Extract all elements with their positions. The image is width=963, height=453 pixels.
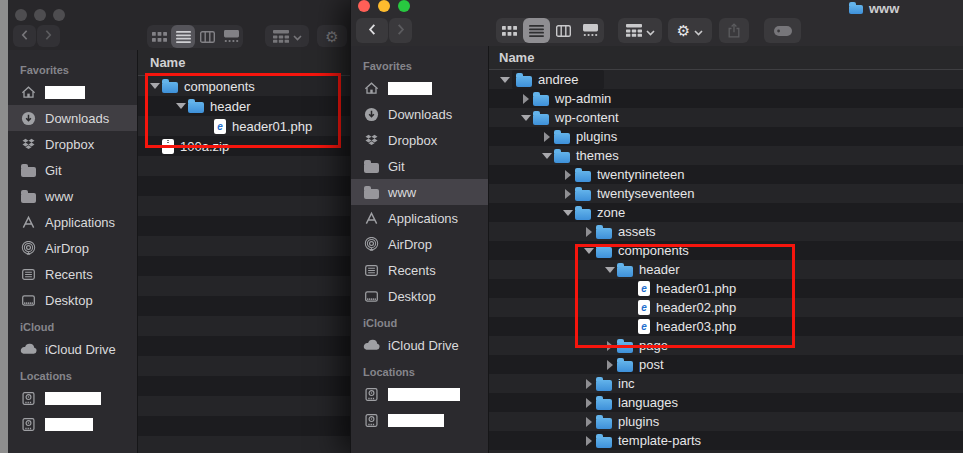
group-button[interactable] <box>618 18 662 43</box>
tree-row-post[interactable]: post <box>489 355 963 374</box>
tree-row-header03-php[interactable]: eheader03.php <box>489 317 963 336</box>
sidebar-item-applications[interactable]: Applications <box>8 209 137 235</box>
minimize-button-inactive[interactable] <box>34 9 46 21</box>
disclosure-triangle[interactable] <box>540 153 554 159</box>
action-button[interactable]: ⚙ <box>668 18 712 43</box>
disclosure-triangle[interactable] <box>582 248 596 254</box>
disclosure-triangle[interactable] <box>498 77 512 83</box>
left-titlebar[interactable]: ⚙ <box>8 0 350 50</box>
tree-row-header[interactable]: header <box>489 260 963 279</box>
sidebar-item-applications[interactable]: Applications <box>351 205 488 231</box>
group-button[interactable] <box>265 25 309 47</box>
tree-row-100a-zip[interactable]: 100a.zip <box>138 136 350 156</box>
tree-row-plugins[interactable]: plugins <box>489 127 963 146</box>
window-title: www <box>849 1 899 16</box>
icon-view-button[interactable] <box>147 25 171 48</box>
sidebar-item-git[interactable]: Git <box>351 153 488 179</box>
tree-row-twentynineteen[interactable]: twentynineteen <box>489 165 963 184</box>
tree-row-languages[interactable]: languages <box>489 393 963 412</box>
close-button-inactive[interactable] <box>15 9 27 21</box>
disclosure-triangle[interactable] <box>603 267 617 273</box>
action-button[interactable]: ⚙ <box>317 25 347 47</box>
disclosure-triangle[interactable] <box>582 436 596 446</box>
sidebar-item-redacted[interactable] <box>8 79 137 105</box>
list-view-button[interactable] <box>523 18 550 43</box>
minimize-button[interactable] <box>378 0 390 12</box>
sidebar-item-icloud-drive[interactable]: iCloud Drive <box>8 336 137 362</box>
sidebar-item-desktop[interactable]: Desktop <box>351 283 488 309</box>
sidebar-item-airdrop[interactable]: AirDrop <box>351 231 488 257</box>
tree-row-components[interactable]: components <box>489 241 963 260</box>
sidebar-item-git[interactable]: Git <box>8 157 137 183</box>
sidebar-item-www[interactable]: www <box>351 179 488 205</box>
sidebar-item-redacted[interactable] <box>8 411 137 437</box>
tree-row-header01-php[interactable]: eheader01.php <box>138 116 350 136</box>
forward-button[interactable] <box>389 18 412 43</box>
sidebar-item-redacted[interactable] <box>8 385 137 411</box>
tree-row-andree[interactable]: andree <box>489 70 963 89</box>
right-titlebar[interactable]: www ⚙ <box>351 0 963 46</box>
tree-row-inc[interactable]: inc <box>489 374 963 393</box>
sidebar-item-downloads[interactable]: Downloads <box>351 101 488 127</box>
tree-row-header01-php[interactable]: eheader01.php <box>489 279 963 298</box>
tree-row-twentyseventeen[interactable]: twentyseventeen <box>489 184 963 203</box>
sidebar-item-recents[interactable]: Recents <box>351 257 488 283</box>
share-icon <box>728 23 740 38</box>
disclosure-triangle[interactable] <box>561 210 575 216</box>
column-view-button[interactable] <box>550 18 577 43</box>
disclosure-triangle[interactable] <box>603 341 617 351</box>
disclosure-triangle[interactable] <box>582 379 596 389</box>
zoom-button[interactable] <box>398 0 410 12</box>
sidebar-item-desktop[interactable]: Desktop <box>8 287 137 313</box>
column-header-name[interactable]: Name <box>489 46 963 70</box>
sidebar-item-airdrop[interactable]: AirDrop <box>8 235 137 261</box>
finder-window-left[interactable]: ⚙ FavoritesDownloadsDropboxGitwwwApplica… <box>8 0 350 453</box>
disclosure-triangle[interactable] <box>582 417 596 427</box>
sidebar-item-downloads[interactable]: Downloads <box>8 105 137 131</box>
tree-row-wp-content[interactable]: wp-content <box>489 108 963 127</box>
sidebar-item-redacted[interactable] <box>351 75 488 101</box>
icon-view-button[interactable] <box>496 18 523 43</box>
close-button[interactable] <box>358 0 370 12</box>
back-button[interactable] <box>13 25 36 47</box>
disclosure-triangle[interactable] <box>561 170 575 180</box>
disclosure-triangle[interactable] <box>603 360 617 370</box>
sidebar-item-label: Downloads <box>45 111 109 126</box>
disclosure-triangle[interactable] <box>540 132 554 142</box>
tree-row-page[interactable]: page <box>489 336 963 355</box>
disclosure-triangle[interactable] <box>148 83 162 89</box>
tree-row-assets[interactable]: assets <box>489 222 963 241</box>
sidebar-item-dropbox[interactable]: Dropbox <box>351 127 488 153</box>
tree-row-wp-admin[interactable]: wp-admin <box>489 89 963 108</box>
disclosure-triangle[interactable] <box>174 103 188 109</box>
forward-button[interactable] <box>37 25 60 47</box>
share-button[interactable] <box>719 18 749 43</box>
sidebar-item-dropbox[interactable]: Dropbox <box>8 131 137 157</box>
tree-row-zone[interactable]: zone <box>489 203 963 222</box>
tree-row-themes[interactable]: themes <box>489 146 963 165</box>
tree-row-template-parts[interactable]: template-parts <box>489 431 963 450</box>
tree-row-header02-php[interactable]: eheader02.php <box>489 298 963 317</box>
disclosure-triangle[interactable] <box>582 398 596 408</box>
tree-row-plugins[interactable]: plugins <box>489 412 963 431</box>
tag-button[interactable] <box>764 18 801 43</box>
back-button[interactable] <box>356 18 388 43</box>
sidebar-item-recents[interactable]: Recents <box>8 261 137 287</box>
zoom-button-inactive[interactable] <box>53 9 65 21</box>
sidebar-item-www[interactable]: www <box>8 183 137 209</box>
sidebar-item-redacted[interactable] <box>351 381 488 407</box>
gallery-view-button[interactable] <box>219 25 243 48</box>
disclosure-triangle[interactable] <box>561 189 575 199</box>
tree-row-components[interactable]: components <box>138 76 350 96</box>
list-view-button[interactable] <box>171 25 195 48</box>
sidebar-item-icloud-drive[interactable]: iCloud Drive <box>351 332 488 358</box>
disclosure-triangle[interactable] <box>519 94 533 104</box>
sidebar-item-redacted[interactable] <box>351 407 488 433</box>
column-header-name[interactable]: Name <box>138 50 350 76</box>
disclosure-triangle[interactable] <box>582 227 596 237</box>
tree-row-header[interactable]: header <box>138 96 350 116</box>
disclosure-triangle[interactable] <box>519 115 533 121</box>
gallery-view-button[interactable] <box>577 18 604 43</box>
finder-window-right[interactable]: www ⚙ <box>350 0 963 453</box>
column-view-button[interactable] <box>195 25 219 48</box>
